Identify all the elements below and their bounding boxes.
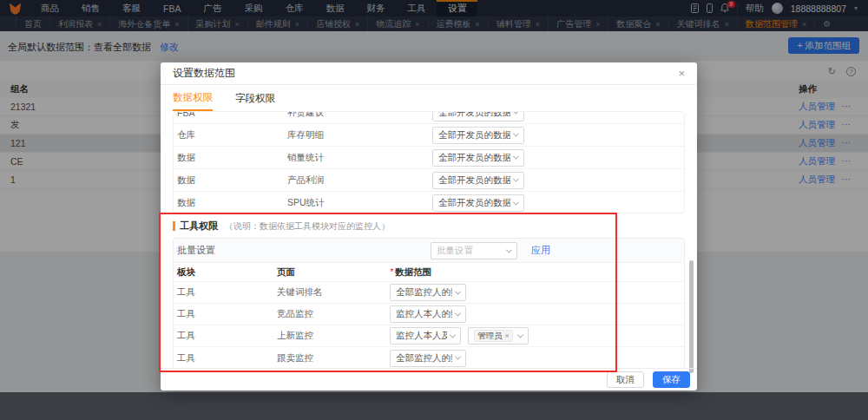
permission-row: 数据 SPU统计 全部开发员的数据	[174, 192, 684, 213]
tool-row: 工具 关键词排名 全部监控人的数据	[174, 282, 684, 304]
scope-select[interactable]: 全部开发员的数据	[432, 194, 524, 212]
permission-row: FBA 补货建议 全部开发员的数据	[174, 111, 684, 124]
scope-select[interactable]: 全部开发员的数据	[432, 127, 524, 144]
chevron-down-icon	[513, 111, 519, 115]
select-value: 监控人本人的数据	[396, 308, 452, 320]
chevron-down-icon	[506, 246, 512, 253]
page-cell: 跟卖监控	[277, 352, 390, 364]
page-cell: 上新监控	[277, 330, 390, 342]
column-module: 板块	[177, 266, 277, 279]
page-cell: 补货建议	[287, 111, 432, 119]
chevron-down-icon	[513, 154, 519, 160]
chevron-down-icon	[513, 131, 519, 137]
orange-bar	[173, 221, 175, 231]
scope-select[interactable]: 全部监控人的数据	[390, 350, 466, 367]
modal-scrollbar[interactable]	[689, 260, 694, 373]
permission-table: FBA 补货建议 全部开发员的数据 仓库 库存明细 全部开发员的数据 数据 销量…	[173, 111, 685, 213]
tool-table-header: 板块 页面 *数据范围	[174, 263, 684, 282]
module-cell: 数据	[177, 197, 287, 209]
modal-header: 设置数据范围 ×	[161, 62, 697, 85]
selected-tag: 管理员×	[474, 330, 513, 342]
batch-select[interactable]: 批量设置	[431, 242, 517, 259]
batch-settings-row: 批量设置 批量设置 应用	[174, 239, 684, 263]
scope-select[interactable]: 全部开发员的数据	[432, 149, 524, 167]
module-cell: 工具	[177, 286, 277, 299]
column-scope: 数据范围	[395, 266, 431, 277]
tool-permission-title: 工具权限 （说明：数据依据工具模块对应的监控人）	[173, 220, 685, 233]
modal-title: 设置数据范围	[173, 66, 235, 81]
scope-select[interactable]: 全部开发员的数据	[432, 111, 524, 121]
tab-field-permission[interactable]: 字段权限	[235, 85, 275, 111]
module-cell: 数据	[177, 174, 287, 187]
select-value: 全部开发员的数据	[438, 152, 510, 164]
module-cell: 仓库	[177, 129, 287, 141]
tag-label: 管理员	[477, 331, 503, 342]
page-cell: 销量统计	[287, 152, 432, 164]
select-value: 全部开发员的数据	[438, 174, 510, 187]
page-cell: 库存明细	[287, 129, 432, 141]
chevron-down-icon	[513, 199, 519, 205]
tab-data-permission[interactable]: 数据权限	[173, 85, 213, 111]
tag-remove-icon[interactable]: ×	[505, 331, 510, 340]
permission-row: 数据 产品利润 全部开发员的数据	[174, 169, 684, 192]
save-button[interactable]: 保存	[653, 371, 690, 388]
modal-footer: 取消 保存	[161, 368, 697, 390]
tool-row: 工具 上新监控 监控人本人及其他监控人的数 管理员×	[174, 325, 684, 347]
section-note: （说明：数据依据工具模块对应的监控人）	[225, 220, 390, 233]
column-page: 页面	[277, 266, 390, 279]
modal-close-icon[interactable]: ×	[678, 68, 685, 79]
scope-select[interactable]: 监控人本人及其他监控人的数	[390, 327, 461, 345]
chevron-down-icon	[455, 310, 461, 316]
section-name: 工具权限	[180, 220, 218, 233]
screen: 商品 销售 客服 FBA 广告 采购 仓库 数据 财务 工具 设置 9 帮助	[0, 0, 868, 420]
module-cell: 工具	[177, 308, 277, 320]
scope-select[interactable]: 全部开发员的数据	[432, 172, 524, 189]
tool-row: 工具 竞品监控 监控人本人的数据	[174, 304, 684, 325]
set-data-scope-modal: 设置数据范围 × 数据权限 字段权限 FBA 补货建议 全部开发员的数据 仓库 …	[161, 62, 697, 390]
page-cell: 产品利润	[287, 174, 432, 187]
chevron-down-icon	[455, 354, 461, 360]
required-mark: *	[390, 266, 393, 277]
modal-body: FBA 补货建议 全部开发员的数据 仓库 库存明细 全部开发员的数据 数据 销量…	[173, 111, 685, 368]
select-placeholder: 批量设置	[437, 245, 473, 257]
permission-row: 仓库 库存明细 全部开发员的数据	[174, 124, 684, 147]
select-value: 全部监控人的数据	[396, 286, 452, 299]
apply-link[interactable]: 应用	[531, 244, 550, 257]
module-cell: 工具	[177, 352, 277, 364]
chevron-down-icon	[517, 331, 523, 338]
chevron-down-icon	[513, 176, 519, 182]
chevron-down-icon	[450, 331, 456, 338]
cancel-button[interactable]: 取消	[607, 371, 644, 388]
permission-row: 数据 销量统计 全部开发员的数据	[174, 147, 684, 169]
scope-select[interactable]: 全部监控人的数据	[390, 284, 466, 301]
page-cell: 竞品监控	[277, 308, 390, 320]
scope-select[interactable]: 监控人本人的数据	[390, 305, 466, 323]
module-cell: FBA	[177, 111, 287, 118]
chevron-down-icon	[455, 288, 461, 294]
select-value: 全部开发员的数据	[438, 197, 510, 209]
modal-tabs: 数据权限 字段权限	[161, 85, 697, 111]
select-value: 全部开发员的数据	[438, 129, 510, 141]
monitor-person-select[interactable]: 管理员×	[468, 327, 529, 345]
module-cell: 数据	[177, 152, 287, 164]
select-value: 全部开发员的数据	[438, 111, 510, 119]
tool-permission-panel: 批量设置 批量设置 应用 板块 页面 *数据范围 工具 关键词排名 全部监控人的…	[173, 238, 685, 368]
module-cell: 工具	[177, 330, 277, 342]
batch-label: 批量设置	[177, 244, 215, 257]
page-cell: 关键词排名	[277, 286, 390, 299]
select-value: 监控人本人及其他监控人的数	[396, 330, 447, 342]
page-cell: SPU统计	[287, 197, 432, 209]
tool-row: 工具 跟卖监控 全部监控人的数据	[174, 347, 684, 368]
select-value: 全部监控人的数据	[396, 352, 452, 364]
